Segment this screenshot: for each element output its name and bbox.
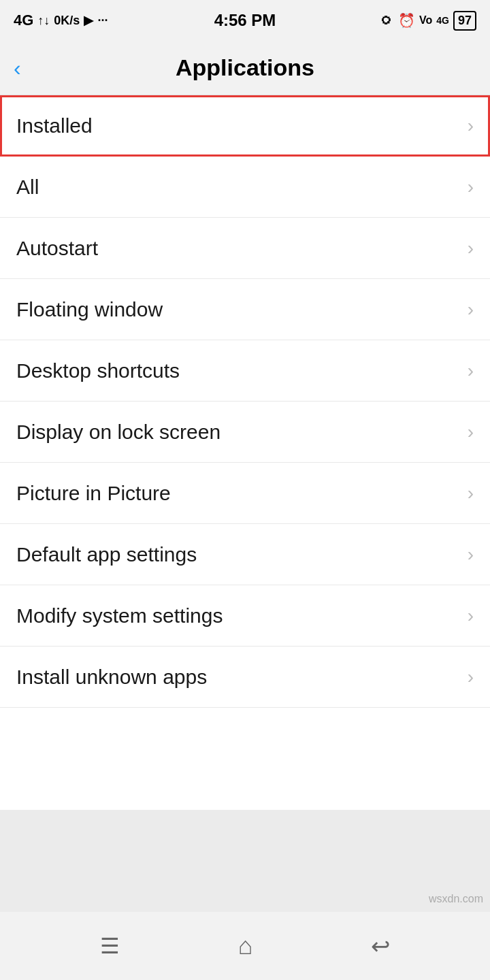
menu-item-all[interactable]: All› xyxy=(0,157,490,218)
nav-menu-button[interactable]: ☰ xyxy=(100,933,120,959)
status-right: ⭘ ⏰ Vo 4G 97 xyxy=(379,11,476,31)
menu-item-default-app-settings[interactable]: Default app settings› xyxy=(0,524,490,585)
chevron-icon-floating-window: › xyxy=(468,299,474,321)
chevron-icon-display-lock-screen: › xyxy=(468,421,474,443)
menu-item-modify-system-settings[interactable]: Modify system settings› xyxy=(0,585,490,647)
data-speed: 0K/s xyxy=(54,14,80,28)
page-title: Applications xyxy=(176,54,314,81)
menu-icon: ☰ xyxy=(100,933,120,959)
signal-type: Vo xyxy=(419,14,432,27)
menu-item-label-all: All xyxy=(16,176,39,199)
signal-icon: 4G xyxy=(14,12,33,29)
lte-badge: 4G xyxy=(436,15,449,26)
menu-item-label-installed: Installed xyxy=(16,114,93,137)
signal-bars: ↑↓ xyxy=(37,14,50,28)
menu-item-label-desktop-shortcuts: Desktop shortcuts xyxy=(16,359,180,382)
battery-indicator: 97 xyxy=(453,11,476,31)
menu-item-installed[interactable]: Installed› xyxy=(0,95,490,157)
menu-item-display-lock-screen[interactable]: Display on lock screen› xyxy=(0,402,490,463)
back-button[interactable]: ‹ xyxy=(14,57,21,79)
chevron-icon-all: › xyxy=(468,176,474,198)
menu-list: Installed›All›Autostart›Floating window›… xyxy=(0,95,490,810)
chevron-icon-install-unknown-apps: › xyxy=(468,666,474,688)
chevron-icon-picture-in-picture: › xyxy=(468,483,474,504)
menu-item-label-floating-window: Floating window xyxy=(16,298,163,321)
nav-back-button[interactable]: ↩ xyxy=(371,932,390,960)
bottom-nav: ☰ ⌂ ↩ xyxy=(0,912,490,980)
media-icon: ▶ xyxy=(84,13,93,28)
menu-item-picture-in-picture[interactable]: Picture in Picture› xyxy=(0,463,490,524)
menu-item-label-display-lock-screen: Display on lock screen xyxy=(16,421,220,444)
nav-home-button[interactable]: ⌂ xyxy=(238,932,253,960)
bluetooth-icon: ⭘ xyxy=(379,12,394,29)
menu-item-install-unknown-apps[interactable]: Install unknown apps› xyxy=(0,647,490,708)
status-time: 4:56 PM xyxy=(214,11,276,30)
menu-item-label-modify-system-settings: Modify system settings xyxy=(16,604,223,627)
watermark: wsxdn.com xyxy=(429,893,483,905)
page-header: ‹ Applications xyxy=(0,41,490,95)
home-icon: ⌂ xyxy=(238,932,253,960)
menu-item-label-default-app-settings: Default app settings xyxy=(16,543,197,566)
chevron-icon-modify-system-settings: › xyxy=(468,605,474,627)
menu-item-desktop-shortcuts[interactable]: Desktop shortcuts› xyxy=(0,340,490,402)
chevron-icon-desktop-shortcuts: › xyxy=(468,360,474,382)
menu-item-autostart[interactable]: Autostart› xyxy=(0,218,490,279)
menu-item-label-picture-in-picture: Picture in Picture xyxy=(16,482,171,505)
chevron-icon-autostart: › xyxy=(468,238,474,259)
status-left: 4G ↑↓ 0K/s ▶ ··· xyxy=(14,12,108,29)
alarm-icon: ⏰ xyxy=(398,12,415,29)
chevron-icon-installed: › xyxy=(468,115,474,137)
back-nav-icon: ↩ xyxy=(371,932,390,960)
more-icon: ··· xyxy=(97,14,108,28)
menu-item-label-install-unknown-apps: Install unknown apps xyxy=(16,666,207,689)
menu-item-floating-window[interactable]: Floating window› xyxy=(0,279,490,340)
page-filler xyxy=(0,810,490,912)
status-bar: 4G ↑↓ 0K/s ▶ ··· 4:56 PM ⭘ ⏰ Vo 4G 97 xyxy=(0,0,490,41)
chevron-icon-default-app-settings: › xyxy=(468,544,474,566)
menu-item-label-autostart: Autostart xyxy=(16,237,98,260)
